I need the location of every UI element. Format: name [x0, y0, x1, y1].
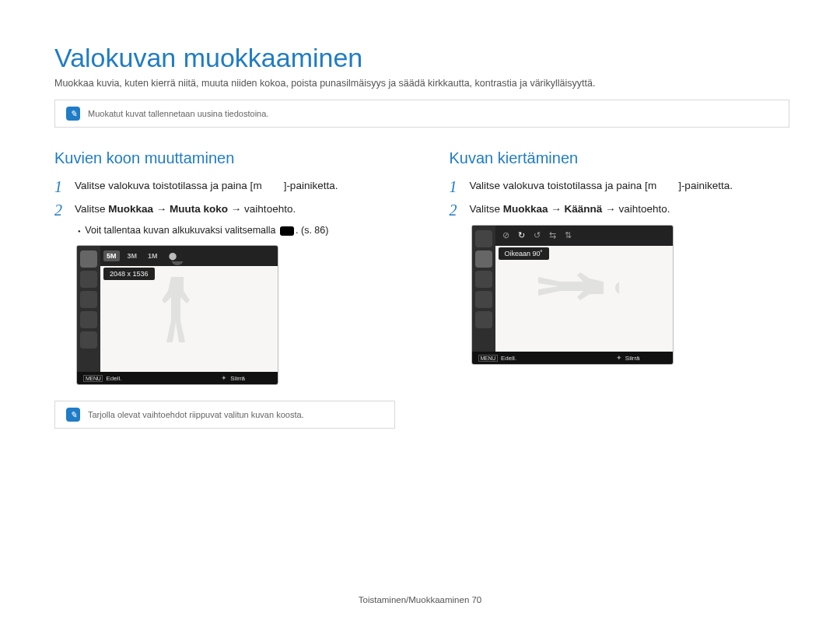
size-option-3m: 3M	[124, 250, 141, 261]
step-text: Valitse valokuva toistotilassa ja paina …	[470, 178, 790, 194]
rotation-label: Oikeaan 90˚	[499, 247, 549, 260]
sidebar-resize-icon	[80, 250, 97, 268]
right-step-2: 2 Valitse Muokkaa → Käännä → vaihtoehto.	[450, 201, 790, 219]
note-icon: ✎	[66, 107, 80, 121]
right-heading: Kuvan kiertäminen	[450, 149, 790, 167]
size-option-1m: 1M	[145, 250, 161, 261]
left-heading: Kuvien koon muuttaminen	[54, 149, 395, 167]
step-text: Valitse Muokkaa → Käännä → vaihtoehto.	[470, 201, 790, 217]
arrow: →	[153, 203, 170, 215]
person-silhouette	[154, 261, 201, 355]
sidebar-adjust-icon	[475, 291, 492, 308]
right-step-1: 1 Valitse valokuva toistotilassa ja pain…	[450, 178, 790, 195]
screenshot-top-options: ⊘ ↻ ↺ ⇆ ⇅	[472, 226, 673, 246]
left-sub-bullet: Voit tallentaa kuvan alkukuvaksi valitse…	[78, 225, 395, 236]
back-label: Edell.	[106, 375, 121, 382]
size-option-startup: ⬤	[166, 250, 180, 261]
sidebar-resize-icon	[475, 230, 492, 247]
step2-end: vaihtoehto.	[618, 203, 670, 215]
rotate-screenshot: ⊘ ↻ ↺ ⇆ ⇅ Oikeaan 90˚ MENU Edell. Siirrä	[471, 225, 674, 365]
step-number: 2	[450, 201, 464, 219]
screenshot-bottom-bar: MENU Edell. Siirrä	[472, 352, 673, 364]
step2-end: vaihtoehto.	[244, 203, 296, 215]
bullet-post: . (s. 86)	[296, 225, 328, 236]
person-silhouette-rotated	[526, 264, 619, 311]
sidebar-effect-icon	[80, 331, 97, 349]
page-title: Valokuvan muokkaaminen	[54, 43, 789, 73]
step2-b1: Muokkaa	[108, 203, 153, 215]
sidebar-style-icon	[80, 291, 97, 308]
step2-pre: Valitse	[75, 203, 108, 215]
right-column: Kuvan kiertäminen 1 Valitse valokuva toi…	[450, 149, 790, 450]
note-icon: ✎	[66, 408, 80, 422]
sidebar-style-icon	[475, 271, 492, 288]
move-label: Siirrä	[230, 375, 245, 382]
flip-v-icon: ⇅	[562, 230, 575, 241]
step2-pre: Valitse	[470, 203, 503, 215]
screenshot-sidebar	[77, 246, 100, 372]
step-number: 1	[54, 178, 68, 195]
step-text: Valitse Muokkaa → Muuta koko → vaihtoeht…	[75, 201, 395, 217]
resolution-label: 2048 x 1536	[103, 268, 155, 280]
nav-diamond-icon	[616, 355, 622, 361]
step1-pre: Valitse valokuva toistotilassa ja paina …	[75, 180, 253, 191]
screenshot-sidebar	[472, 226, 495, 352]
menu-box: MENU	[478, 355, 498, 362]
step-number: 1	[450, 178, 464, 195]
sidebar-adjust-icon	[80, 311, 97, 328]
arrow: →	[602, 203, 618, 215]
page-description: Muokkaa kuvia, kuten kierrä niitä, muuta…	[54, 78, 789, 89]
note-top-text: Muokatut kuvat tallennetaan uusina tiedo…	[88, 109, 268, 118]
left-step-2: 2 Valitse Muokkaa → Muuta koko → vaihtoe…	[54, 201, 395, 219]
arrow: →	[228, 203, 244, 215]
step-number: 2	[54, 201, 68, 219]
arrow: →	[548, 203, 565, 215]
note-bottom: ✎ Tarjolla olevat vaihtoehdot riippuvat …	[54, 401, 395, 429]
move-label: Siirrä	[625, 355, 640, 362]
step1-post: ]-painiketta.	[284, 180, 338, 191]
menu-box: MENU	[83, 375, 103, 382]
menu-key: m	[253, 180, 261, 191]
step-text: Valitse valokuva toistotilassa ja paina …	[75, 178, 395, 194]
content-columns: Kuvien koon muuttaminen 1 Valitse valoku…	[54, 149, 789, 450]
menu-key: m	[648, 180, 656, 191]
nav-diamond-icon	[221, 375, 227, 381]
step2-b1: Muokkaa	[503, 203, 548, 215]
screenshot-bottom-bar: MENU Edell. Siirrä	[77, 372, 278, 384]
sidebar-rotate-icon	[80, 271, 97, 288]
rotate-left-icon: ↺	[531, 230, 544, 241]
page-footer: Toistaminen/Muokkaaminen 70	[0, 595, 840, 604]
size-option-5m: 5M	[103, 250, 120, 261]
startup-image-icon	[280, 226, 294, 236]
bullet-text: Voit tallentaa kuvan alkukuvaksi valitse…	[85, 225, 278, 236]
step1-pre: Valitse valokuva toistotilassa ja paina …	[470, 180, 648, 191]
step2-b2: Muuta koko	[170, 203, 228, 215]
step1-post: ]-painiketta.	[678, 180, 733, 191]
flip-h-icon: ⇆	[547, 230, 559, 241]
note-bottom-text: Tarjolla olevat vaihtoehdot riippuvat va…	[88, 410, 304, 419]
note-top: ✎ Muokatut kuvat tallennetaan uusina tie…	[54, 100, 789, 128]
left-step-1: 1 Valitse valokuva toistotilassa ja pain…	[54, 178, 395, 195]
rotate-right-icon: ↻	[516, 230, 528, 241]
left-column: Kuvien koon muuttaminen 1 Valitse valoku…	[54, 149, 395, 450]
back-label: Edell.	[501, 355, 516, 362]
step2-b2: Käännä	[565, 203, 603, 215]
sidebar-effect-icon	[475, 311, 492, 328]
rotate-off-icon: ⊘	[500, 230, 513, 241]
resize-screenshot: 5M 3M 1M ⬤ 2048 x 1536 MENU Edell. Siirr…	[76, 245, 278, 385]
sidebar-rotate-icon	[475, 250, 492, 268]
